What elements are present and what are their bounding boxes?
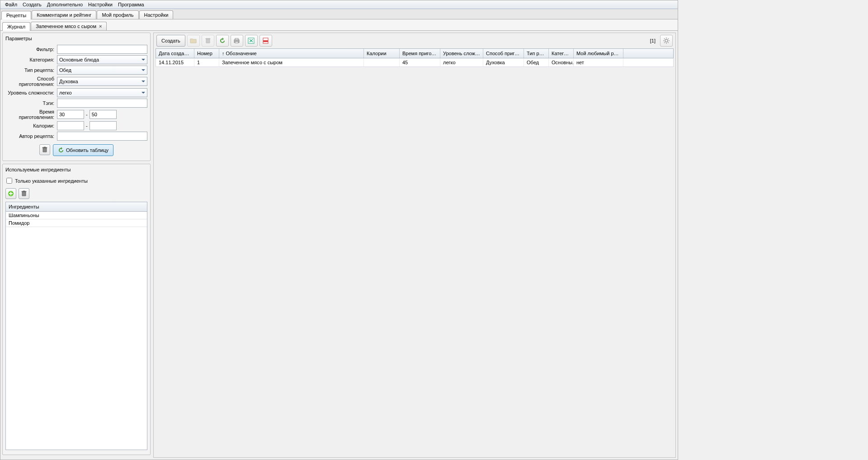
col-favorite[interactable]: Мой любимый рецепт [574,49,623,58]
svg-rect-3 [235,42,238,43]
col-name[interactable]: ↑ Обозначение [219,49,364,58]
col-creation-date[interactable]: Дата создания [156,49,194,58]
create-button[interactable]: Создать [156,35,185,47]
chevron-down-icon [142,59,145,61]
menu-additional[interactable]: Дополнительно [44,1,85,8]
calories-label: Калории: [5,123,57,128]
category-value: Основные блюда [59,57,99,62]
menu-settings[interactable]: Настройки [85,1,115,8]
cell-time: 45 [400,58,440,66]
refresh-table-button[interactable]: Обновить таблицу [53,144,113,156]
print-button[interactable] [231,35,243,47]
type-value: Обед [59,67,71,73]
toolbar: Создать [ [154,33,675,48]
cell-name: Запеченное мясо с сыром [219,58,364,66]
tags-label: Тэги: [5,100,57,106]
ingredient-row[interactable]: Помидор [6,219,147,227]
cell-favorite: нет [574,58,623,66]
method-select[interactable]: Духовка [57,77,147,86]
tab-recipes[interactable]: Рецепты [1,11,31,19]
author-input[interactable] [57,132,147,141]
col-calories[interactable]: Калории [364,49,400,58]
time-to-input[interactable] [90,110,117,119]
filter-input[interactable] [57,45,147,54]
type-select[interactable]: Обед [57,66,147,75]
folder-open-icon [190,38,197,44]
trash-icon [42,147,48,153]
cell-difficulty: легко [440,58,483,66]
chevron-down-icon [142,92,145,94]
clear-filters-button[interactable] [39,144,50,155]
ingredients-panel: Используемые ингредиенты Только указанны… [2,164,151,455]
tab-recipe-detail[interactable]: Запеченное мясо с сыром × [31,22,107,30]
cell-category: Основны... [549,58,574,66]
col-difficulty[interactable]: Уровень сложности [440,49,483,58]
close-icon[interactable]: × [99,24,102,29]
cell-method: Духовка [483,58,524,66]
svg-rect-6 [263,40,268,42]
refresh-icon [219,38,226,44]
tags-input[interactable] [57,99,147,108]
author-label: Автор рецепта: [5,133,57,139]
calories-to-input[interactable] [90,121,117,130]
difficulty-select[interactable]: легко [57,88,147,97]
grid-row[interactable]: 14.11.2015 1 Запеченное мясо с сыром 45 … [156,58,674,67]
refresh-button-label: Обновить таблицу [66,147,108,153]
ingredients-header[interactable]: Ингредиенты [6,202,147,212]
col-category[interactable]: Категория [549,49,574,58]
category-label: Категория: [5,57,57,62]
col-method[interactable]: Способ приготовл... [483,49,524,58]
category-select[interactable]: Основные блюда [57,55,147,64]
record-count: [1] [647,38,658,43]
cell-type: Обед [524,58,549,66]
chevron-down-icon [142,69,145,71]
export-excel-button[interactable] [245,35,258,47]
params-panel: Параметры Фильтр: Категория: Основные бл… [2,33,151,161]
cell-calories [364,58,400,66]
delete-button[interactable] [202,35,214,47]
svg-point-7 [665,39,668,42]
remove-ingredient-button[interactable] [19,188,29,199]
difficulty-label: Уровень сложности: [5,90,57,95]
ingredient-row[interactable]: Шампиньоны [6,212,147,219]
sub-tabs: Журнал Запеченное мясо с сыром × [0,19,678,31]
plus-icon [8,190,14,197]
col-time[interactable]: Время приготовле... [400,49,440,58]
refresh-icon [58,147,64,153]
tab-profile[interactable]: Мой профиль [97,10,138,19]
tab-recipe-detail-label: Запеченное мясо с сыром [36,24,96,29]
range-separator: - [86,123,88,128]
ingredients-title: Используемые ингредиенты [5,166,147,176]
recipes-grid: Дата создания Номер ↑ Обозначение Калори… [156,48,674,455]
settings-button[interactable] [660,35,673,47]
open-button[interactable] [187,35,200,47]
trash-icon [21,190,27,197]
export-pdf-button[interactable] [259,35,272,47]
calories-from-input[interactable] [57,121,84,130]
refresh-button[interactable] [216,35,229,47]
gear-icon [663,37,670,44]
only-ingredients-label: Только указанные ингредиенты [15,178,88,184]
add-ingredient-button[interactable] [5,188,16,199]
col-type[interactable]: Тип рецепта [524,49,549,58]
difficulty-value: легко [59,90,72,95]
menubar: Файл Создать Дополнительно Настройки Про… [0,0,678,9]
type-label: Тип рецепта: [5,67,57,73]
tab-comments[interactable]: Комментарии и рейтинг [32,10,96,19]
menu-create[interactable]: Создать [20,1,44,8]
cell-number: 1 [194,58,219,66]
menu-file[interactable]: Файл [2,1,20,8]
only-ingredients-checkbox[interactable] [6,178,12,184]
method-label: Способ приготовления: [5,76,57,87]
params-title: Параметры [5,35,147,45]
cell-date: 14.11.2015 [156,58,194,66]
tab-journal[interactable]: Журнал [2,22,30,31]
time-from-input[interactable] [57,110,84,119]
excel-icon [248,38,255,44]
tab-settings[interactable]: Настройки [139,10,174,19]
col-number[interactable]: Номер [194,49,219,58]
ingredients-table: Ингредиенты Шампиньоны Помидор [5,202,147,450]
main-tabs: Рецепты Комментарии и рейтинг Мой профил… [0,9,678,19]
menu-program[interactable]: Программа [115,1,147,8]
chevron-down-icon [142,81,145,82]
